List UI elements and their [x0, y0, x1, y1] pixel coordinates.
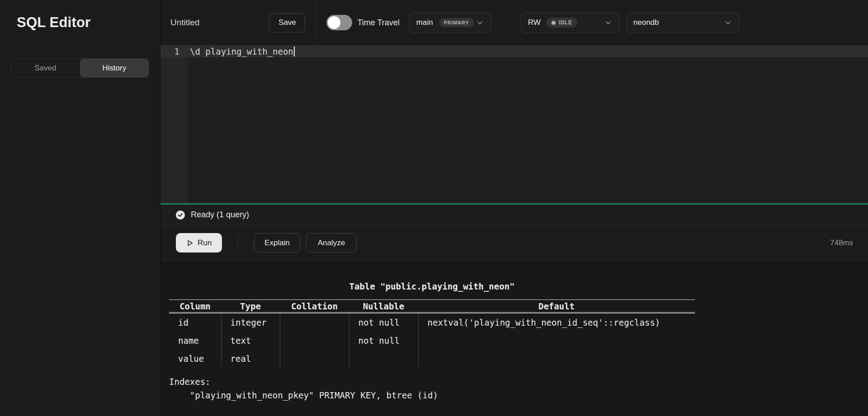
table-cell: id	[169, 313, 221, 332]
time-travel-label: Time Travel	[357, 18, 399, 28]
chevron-down-icon	[724, 19, 732, 27]
code-text: \d playing_with_neon	[188, 47, 293, 56]
code-editor[interactable]: 1 \d playing_with_neon	[160, 45, 868, 203]
indexes-section: Indexes: "playing_with_neon_pkey" PRIMAR…	[169, 375, 868, 402]
result-table: ColumnTypeCollationNullableDefault idint…	[169, 299, 695, 368]
index-definition: "playing_with_neon_pkey" PRIMARY KEY, bt…	[169, 388, 868, 402]
status-text: Ready (1 query)	[191, 210, 249, 220]
table-cell	[280, 313, 349, 332]
line-number: 1	[160, 47, 188, 56]
sidebar-header: SQL Editor	[0, 0, 160, 45]
compute-name: RW	[528, 18, 541, 27]
compute-status-badge: IDLE	[547, 18, 577, 28]
compute-dropdown[interactable]: RW IDLE	[520, 12, 620, 33]
result-header-row: ColumnTypeCollationNullableDefault	[169, 300, 695, 313]
table-cell	[418, 350, 695, 368]
table-cell: name	[169, 332, 221, 350]
sidebar: SQL Editor Saved History	[0, 0, 160, 416]
column-header: Nullable	[349, 300, 418, 313]
branch-dropdown[interactable]: main PRIMARY	[409, 12, 491, 33]
column-header: Type	[221, 300, 280, 313]
main-panel: Untitled Save Time Travel main PRIMARY R…	[160, 0, 868, 416]
database-name: neondb	[633, 18, 659, 27]
page-title: SQL Editor	[17, 14, 90, 31]
explain-button[interactable]: Explain	[254, 233, 300, 252]
analyze-button[interactable]: Analyze	[306, 233, 357, 252]
run-label: Run	[198, 238, 212, 248]
primary-badge: PRIMARY	[439, 18, 474, 27]
topbar-divider	[316, 0, 316, 45]
table-row: valuereal	[169, 350, 695, 368]
run-button[interactable]: Run	[176, 233, 222, 252]
column-header: Collation	[280, 300, 349, 313]
tab-history[interactable]: History	[80, 59, 149, 77]
table-cell: not null	[349, 332, 418, 350]
branch-name: main	[416, 18, 433, 27]
idle-status-dot	[552, 21, 556, 25]
table-row: idintegernot nullnextval('playing_with_n…	[169, 313, 695, 332]
editor-gutter	[160, 45, 188, 203]
table-cell	[280, 350, 349, 368]
column-header: Column	[169, 300, 221, 313]
tab-saved[interactable]: Saved	[11, 59, 80, 77]
action-bar: Run Explain Analyze 748ms	[160, 225, 868, 260]
table-cell: not null	[349, 313, 418, 332]
result-table-title: Table "public.playing_with_neon"	[169, 281, 695, 291]
table-row: nametextnot null	[169, 332, 695, 350]
active-code-line[interactable]: 1 \d playing_with_neon	[160, 45, 868, 57]
action-divider	[238, 234, 238, 252]
table-cell	[280, 332, 349, 350]
database-dropdown[interactable]: neondb	[626, 12, 740, 33]
query-duration: 748ms	[830, 238, 853, 248]
table-cell: value	[169, 350, 221, 368]
table-cell	[349, 350, 418, 368]
column-header: Default	[418, 300, 695, 313]
query-title[interactable]: Untitled	[170, 18, 199, 28]
table-cell	[418, 332, 695, 350]
saved-history-tabs: Saved History	[10, 58, 149, 78]
table-cell: real	[221, 350, 280, 368]
play-icon	[186, 239, 193, 247]
save-button[interactable]: Save	[269, 13, 305, 33]
chevron-down-icon	[604, 19, 612, 27]
time-travel-toggle[interactable]	[326, 15, 352, 30]
status-bar: Ready (1 query)	[160, 205, 868, 225]
results-panel: Table "public.playing_with_neon" ColumnT…	[160, 260, 868, 416]
chevron-down-icon	[476, 19, 484, 27]
text-cursor	[294, 47, 295, 56]
compute-status-text: IDLE	[559, 19, 572, 26]
toggle-knob	[328, 16, 340, 29]
sql-editor-app: SQL Editor Saved History Untitled Save T…	[0, 0, 868, 416]
table-cell: text	[221, 332, 280, 350]
table-cell: nextval('playing_with_neon_id_seq'::regc…	[418, 313, 695, 332]
check-circle-icon	[176, 210, 185, 220]
indexes-label: Indexes:	[169, 375, 868, 388]
table-cell: integer	[221, 313, 280, 332]
topbar: Untitled Save Time Travel main PRIMARY R…	[160, 0, 868, 45]
